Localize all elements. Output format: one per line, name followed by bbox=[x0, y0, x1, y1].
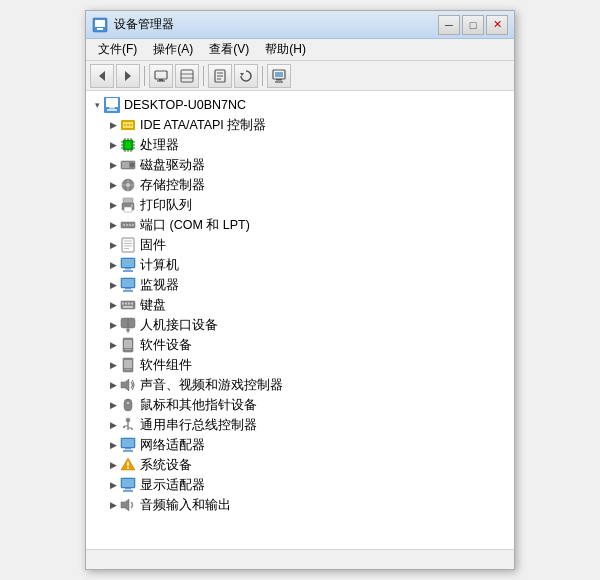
ide-icon bbox=[120, 117, 136, 133]
list-item[interactable]: ▶ 人机接口设备 bbox=[86, 315, 514, 335]
expand-arrow[interactable]: ▶ bbox=[106, 158, 120, 172]
node-label: 网络适配器 bbox=[140, 437, 205, 454]
list-item[interactable]: ▶ 软件设备 bbox=[86, 335, 514, 355]
expand-arrow[interactable]: ▶ bbox=[106, 118, 120, 132]
svg-point-28 bbox=[130, 124, 132, 126]
svg-rect-98 bbox=[122, 439, 134, 447]
node-label: 软件设备 bbox=[140, 337, 192, 354]
keyboard-icon bbox=[120, 297, 136, 313]
list-item[interactable]: ▶ bbox=[86, 135, 514, 155]
expand-arrow[interactable]: ▶ bbox=[106, 338, 120, 352]
monitor-button[interactable] bbox=[267, 64, 291, 88]
svg-marker-87 bbox=[121, 379, 129, 391]
svg-point-26 bbox=[124, 124, 126, 126]
node-label: 磁盘驱动器 bbox=[140, 157, 205, 174]
list-item[interactable]: ▶ 打印队列 bbox=[86, 195, 514, 215]
svg-rect-82 bbox=[124, 340, 132, 348]
status-bar bbox=[86, 549, 514, 569]
list-item[interactable]: ▶ 磁盘驱动器 bbox=[86, 155, 514, 175]
menu-view[interactable]: 查看(V) bbox=[201, 39, 257, 60]
expand-arrow[interactable]: ▶ bbox=[106, 198, 120, 212]
svg-rect-69 bbox=[125, 288, 131, 290]
menu-action[interactable]: 操作(A) bbox=[145, 39, 201, 60]
svg-rect-74 bbox=[128, 303, 130, 305]
svg-rect-30 bbox=[125, 142, 131, 148]
svg-rect-85 bbox=[124, 360, 132, 368]
maximize-button[interactable]: □ bbox=[462, 15, 484, 35]
menu-help[interactable]: 帮助(H) bbox=[257, 39, 314, 60]
list-item[interactable]: ▶ 监视器 bbox=[86, 275, 514, 295]
expand-arrow[interactable]: ▶ bbox=[106, 178, 120, 192]
expand-arrow[interactable]: ▶ bbox=[106, 498, 120, 512]
list-item[interactable]: ▶ 声音、视频和游戏控制器 bbox=[86, 375, 514, 395]
expand-arrow[interactable]: ▶ bbox=[106, 258, 120, 272]
list-item[interactable]: ▶ 网络适配器 bbox=[86, 435, 514, 455]
tree-root-node[interactable]: ▾ DESKTOP-U0BN7NC bbox=[86, 95, 514, 115]
firmware-icon bbox=[120, 237, 136, 253]
node-label: 端口 (COM 和 LPT) bbox=[140, 217, 250, 234]
refresh-button[interactable] bbox=[234, 64, 258, 88]
list-item[interactable]: ▶ 固件 bbox=[86, 235, 514, 255]
list-item[interactable]: ▶ 软件组件 bbox=[86, 355, 514, 375]
close-button[interactable]: ✕ bbox=[486, 15, 508, 35]
title-bar-buttons: ─ □ ✕ bbox=[438, 15, 508, 35]
svg-rect-1 bbox=[95, 20, 105, 27]
expand-arrow[interactable]: ▶ bbox=[106, 378, 120, 392]
back-button[interactable] bbox=[90, 64, 114, 88]
list-item[interactable]: ▶ IDE ATA/ATAPI 控制器 bbox=[86, 115, 514, 135]
expand-arrow[interactable]: ▶ bbox=[106, 278, 120, 292]
svg-rect-64 bbox=[122, 259, 134, 267]
svg-rect-95 bbox=[123, 426, 125, 428]
node-label: 存储控制器 bbox=[140, 177, 205, 194]
node-label: 音频输入和输出 bbox=[140, 497, 231, 514]
expand-arrow[interactable]: ▶ bbox=[106, 358, 120, 372]
svg-rect-19 bbox=[275, 72, 283, 77]
expand-arrow[interactable]: ▶ bbox=[106, 418, 120, 432]
list-item[interactable]: ▶ 存储控制器 bbox=[86, 175, 514, 195]
svg-point-27 bbox=[127, 124, 129, 126]
list-item[interactable]: ▶ 键盘 bbox=[86, 295, 514, 315]
forward-button[interactable] bbox=[116, 64, 140, 88]
expand-arrow[interactable]: ▶ bbox=[106, 398, 120, 412]
svg-rect-5 bbox=[155, 71, 167, 79]
svg-rect-8 bbox=[181, 70, 193, 82]
root-node-label: DESKTOP-U0BN7NC bbox=[124, 98, 246, 112]
list-item[interactable]: ▶ 通用串行总线控制器 bbox=[86, 415, 514, 435]
audio-io-icon bbox=[120, 497, 136, 513]
device-tree[interactable]: ▾ DESKTOP-U0BN7NC ▶ bbox=[86, 91, 514, 549]
svg-point-46 bbox=[131, 164, 133, 166]
device-icon-button[interactable] bbox=[149, 64, 173, 88]
minimize-button[interactable]: ─ bbox=[438, 15, 460, 35]
svg-point-79 bbox=[127, 329, 130, 332]
list-item[interactable]: ▶ 音频输入和输出 bbox=[86, 495, 514, 515]
list-item[interactable]: ▶ 显示适配器 bbox=[86, 475, 514, 495]
expand-arrow[interactable]: ▶ bbox=[106, 458, 120, 472]
menu-file[interactable]: 文件(F) bbox=[90, 39, 145, 60]
list-view-button[interactable] bbox=[175, 64, 199, 88]
expand-arrow[interactable]: ▶ bbox=[106, 218, 120, 232]
printer-icon bbox=[120, 197, 136, 213]
toolbar-separator-2 bbox=[203, 66, 204, 86]
title-bar-text: 设备管理器 bbox=[114, 16, 438, 33]
node-label: 处理器 bbox=[140, 137, 179, 154]
expand-arrow[interactable]: ▶ bbox=[106, 438, 120, 452]
svg-marker-108 bbox=[121, 499, 129, 511]
svg-point-91 bbox=[126, 418, 130, 422]
list-item[interactable]: ▶ 计算机 bbox=[86, 255, 514, 275]
expand-arrow[interactable]: ▶ bbox=[106, 138, 120, 152]
list-item[interactable]: ▶ 系统设备 bbox=[86, 455, 514, 475]
svg-rect-65 bbox=[125, 268, 131, 270]
expand-arrow[interactable]: ▶ bbox=[106, 318, 120, 332]
root-expand-arrow[interactable]: ▾ bbox=[90, 98, 104, 112]
list-item[interactable]: ▶ 鼠标和其他指针设备 bbox=[86, 395, 514, 415]
expand-arrow[interactable]: ▶ bbox=[106, 238, 120, 252]
svg-rect-72 bbox=[122, 303, 124, 305]
list-item[interactable]: ▶ 端口 (COM 和 LPT) bbox=[86, 215, 514, 235]
expand-arrow[interactable]: ▶ bbox=[106, 298, 120, 312]
expand-arrow[interactable]: ▶ bbox=[106, 478, 120, 492]
properties-button[interactable] bbox=[208, 64, 232, 88]
svg-point-55 bbox=[126, 224, 128, 226]
svg-marker-4 bbox=[125, 71, 131, 81]
svg-rect-76 bbox=[123, 306, 133, 308]
toolbar-separator-3 bbox=[262, 66, 263, 86]
